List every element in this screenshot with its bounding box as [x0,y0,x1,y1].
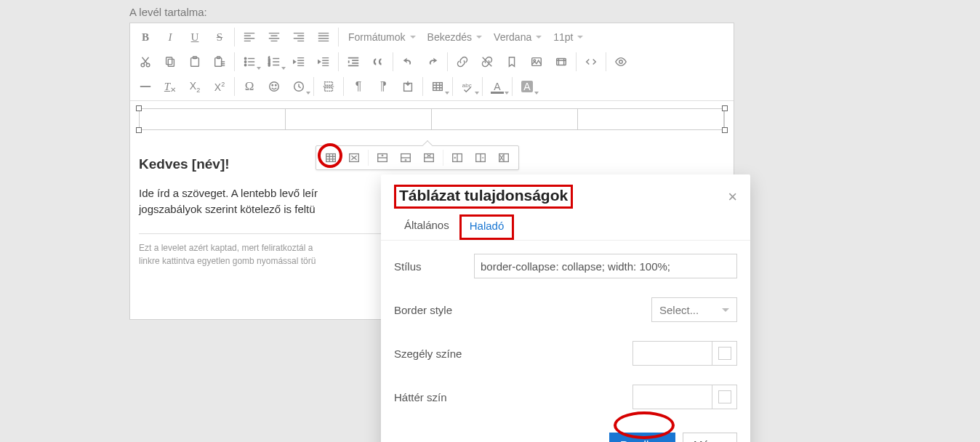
style-input[interactable] [474,254,737,278]
ltr-button[interactable]: ¶ [346,76,371,97]
subscript-button[interactable]: X2 [182,76,207,97]
resize-handle-tl[interactable] [136,105,142,111]
cut-button[interactable] [133,51,158,73]
align-justify-button[interactable] [311,26,336,48]
font-size-dropdown[interactable]: 11pt [546,26,587,48]
paste-button[interactable] [182,51,207,73]
source-code-button[interactable] [579,51,603,73]
blockquote-button[interactable] [341,51,366,73]
page-label: A levél tartalma: [129,6,207,18]
bookmark-button[interactable] [499,51,524,73]
resize-handle-br[interactable] [722,127,728,133]
resize-handle-bl[interactable] [136,127,142,133]
table-properties-button[interactable] [319,148,342,168]
tab-general[interactable]: Általános [394,214,459,240]
bold-button[interactable]: B [133,26,158,48]
strikethrough-button[interactable]: S [207,26,232,48]
border-style-select[interactable]: Select... [651,297,737,322]
superscript-button[interactable]: X2 [207,76,232,97]
resize-handle-tr[interactable] [722,105,728,111]
border-color-field[interactable] [632,341,737,366]
svg-rect-23 [433,83,443,91]
cancel-button[interactable]: Mégse [683,433,737,442]
svg-text:3: 3 [268,63,270,67]
bg-color-swatch[interactable] [712,385,736,409]
preview-button[interactable] [609,51,633,73]
dialog-tabs: Általános Haladó [381,214,750,241]
border-color-swatch[interactable] [712,342,736,365]
special-char-button[interactable]: Ω [237,76,262,97]
bg-color-button[interactable]: A [515,76,539,97]
ok-button[interactable]: Rendben [609,433,675,442]
style-label: Stílus [394,260,474,273]
svg-rect-3 [168,59,174,66]
table-context-toolbar [316,145,519,170]
svg-point-10 [244,64,246,65]
svg-point-18 [270,82,279,92]
table-properties-dialog: Táblázat tulajdonságok × Általános Halad… [381,174,750,442]
undo-button[interactable] [395,51,420,73]
delete-col-button[interactable] [492,148,515,168]
rtl-button[interactable]: ¶ [371,76,395,97]
svg-point-8 [244,57,246,59]
unlink-button[interactable] [475,51,499,73]
underline-button[interactable]: U [182,26,207,48]
formats-dropdown[interactable]: Formátumok [341,26,420,48]
image-button[interactable] [524,51,549,73]
svg-rect-4 [191,58,199,67]
link-button[interactable] [450,51,475,73]
svg-point-19 [272,84,273,85]
datetime-button[interactable] [286,76,311,97]
svg-rect-2 [166,57,172,65]
insert-col-before-button[interactable] [446,148,469,168]
svg-rect-6 [215,58,222,67]
media-button[interactable] [549,51,574,73]
align-right-button[interactable] [286,26,311,48]
paste-text-button[interactable] [207,51,232,73]
insert-col-after-button[interactable] [469,148,492,168]
svg-rect-16 [557,59,566,65]
bullet-list-button[interactable] [237,51,262,73]
bg-color-label: Háttér szín [394,391,447,403]
bg-color-field[interactable] [632,385,737,409]
quote-button[interactable] [366,51,390,73]
number-list-button[interactable]: 123 [262,51,286,73]
insert-row-before-button[interactable] [371,148,394,168]
table-button[interactable] [425,76,450,97]
spellcheck-button[interactable]: abc [455,76,480,97]
insert-template-button[interactable] [395,76,420,97]
delete-table-button[interactable] [342,148,366,168]
blocks-dropdown[interactable]: Bekezdés [420,26,486,48]
align-center-button[interactable] [262,26,286,48]
border-color-input[interactable] [633,342,712,365]
insert-row-after-button[interactable] [394,148,417,168]
delete-row-button[interactable] [417,148,441,168]
redo-button[interactable] [420,51,445,73]
copy-button[interactable] [158,51,182,73]
indent-button[interactable] [311,51,336,73]
pagebreak-button[interactable] [316,76,341,97]
bg-color-input[interactable] [633,385,712,409]
italic-button[interactable]: I [158,26,182,48]
border-style-label: Border style [394,304,452,316]
emoticon-button[interactable] [262,76,286,97]
editor-toolbar: B I U S Formátumok Bekezdés Verdana 11pt… [130,23,734,101]
border-color-label: Szegély színe [394,347,462,360]
b[interactable]: Haladó [459,214,515,240]
svg-point-20 [276,84,276,85]
clear-formatting-button[interactable]: T✕ [158,76,182,97]
font-family-dropdown[interactable]: Verdana [486,26,546,48]
text-color-button[interactable]: A [485,76,510,97]
svg-point-9 [244,61,246,63]
svg-rect-25 [326,154,336,162]
svg-point-17 [619,60,623,64]
align-left-button[interactable] [237,26,262,48]
dialog-close-button[interactable]: × [728,189,737,205]
hr-button[interactable] [133,76,158,97]
dialog-title: Táblázat tulajdonságok [394,185,573,209]
outdent-button[interactable] [286,51,311,73]
selected-table[interactable] [139,108,725,130]
